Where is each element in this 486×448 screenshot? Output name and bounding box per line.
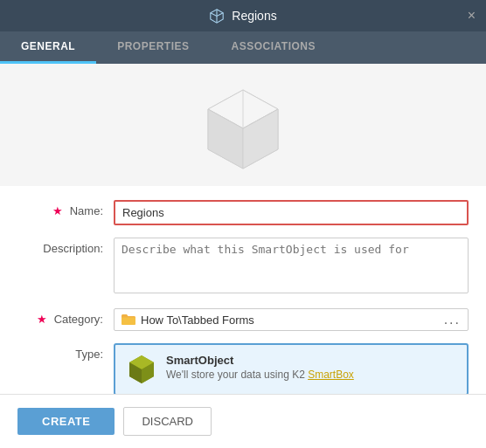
type-label: Type: bbox=[17, 343, 114, 361]
window-title: Regions bbox=[232, 9, 276, 23]
title-cube-icon bbox=[209, 8, 225, 24]
type-options: SmartObject We'll store your data using … bbox=[114, 343, 469, 394]
type-row: Type: SmartObject bbox=[17, 343, 469, 394]
tab-associations[interactable]: ASSOCIATIONS bbox=[211, 31, 337, 64]
smartobject-info: SmartObject We'll store your data using … bbox=[166, 354, 354, 381]
name-label: ★ Name: bbox=[17, 200, 114, 217]
smartobject-title: SmartObject bbox=[166, 354, 354, 367]
create-button[interactable]: CREATE bbox=[17, 408, 115, 435]
description-input[interactable] bbox=[114, 238, 469, 293]
tab-bar: GENERAL PROPERTIES ASSOCIATIONS bbox=[0, 31, 486, 64]
discard-button[interactable]: DISCARD bbox=[123, 407, 212, 436]
close-button[interactable]: × bbox=[468, 9, 476, 23]
tab-properties[interactable]: PROPERTIES bbox=[96, 31, 210, 64]
category-field-wrapper: How To\Tabbed Forms ... bbox=[114, 308, 469, 331]
description-row: Description: bbox=[17, 238, 469, 296]
category-required-star: ★ bbox=[37, 313, 47, 326]
name-input[interactable] bbox=[114, 200, 469, 225]
form-area: ★ Name: Description: ★ bbox=[0, 186, 486, 394]
smartbox-link[interactable]: SmartBox bbox=[308, 369, 354, 381]
name-required-star: ★ bbox=[52, 204, 63, 217]
cube-illustration bbox=[195, 64, 291, 186]
title-bar: Regions × bbox=[0, 0, 486, 31]
category-selector[interactable]: How To\Tabbed Forms ... bbox=[114, 308, 469, 331]
name-field-wrapper bbox=[114, 200, 469, 225]
description-field-wrapper bbox=[114, 238, 469, 296]
type-option-smartobject[interactable]: SmartObject We'll store your data using … bbox=[114, 343, 469, 394]
footer: CREATE DISCARD bbox=[0, 394, 486, 448]
title-bar-content: Regions bbox=[209, 8, 276, 24]
category-value: How To\Tabbed Forms bbox=[141, 314, 444, 327]
main-window: Regions × GENERAL PROPERTIES ASSOCIATION… bbox=[0, 0, 486, 448]
category-row: ★ Category: How To\Tabbed Forms ... bbox=[17, 308, 469, 331]
body: ★ Name: Description: ★ bbox=[0, 64, 486, 394]
smartobject-icon bbox=[126, 354, 157, 385]
category-dots-button[interactable]: ... bbox=[444, 313, 461, 327]
name-row: ★ Name: bbox=[17, 200, 469, 225]
smartobject-desc: We'll store your data using K2 SmartBox bbox=[166, 369, 354, 381]
tab-general[interactable]: GENERAL bbox=[0, 31, 96, 64]
description-label: Description: bbox=[17, 238, 114, 255]
folder-icon bbox=[122, 314, 135, 326]
large-cube-icon bbox=[195, 81, 291, 177]
category-label: ★ Category: bbox=[17, 308, 114, 326]
